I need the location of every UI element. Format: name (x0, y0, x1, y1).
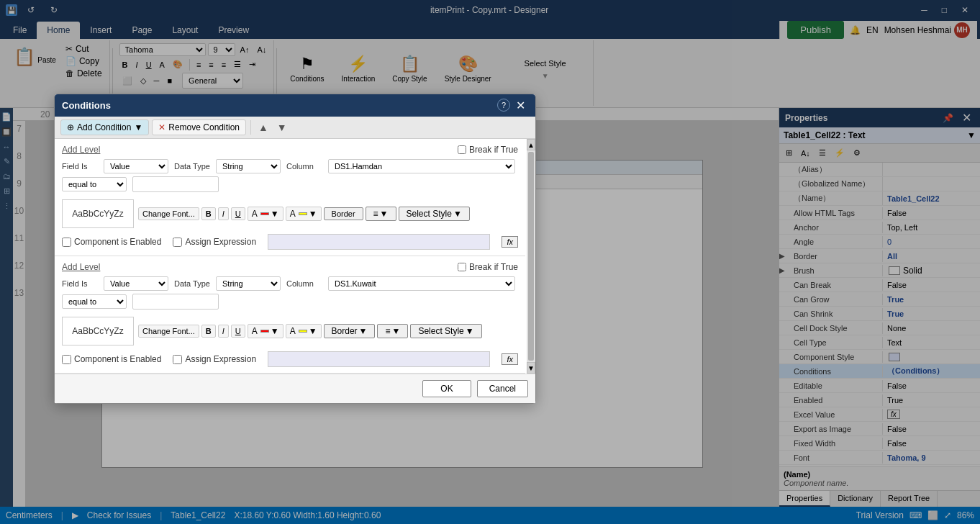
list-icon-1: ≡ (373, 209, 378, 219)
list-btn-1[interactable]: ≡ ▼ (366, 207, 396, 221)
component-enabled-checkbox-1[interactable] (62, 238, 71, 247)
component-enabled-checkbox-2[interactable] (62, 355, 71, 364)
ok-button[interactable]: OK (422, 380, 471, 397)
select-style-btn-2[interactable]: Select Style ▼ (410, 324, 481, 338)
select-style-dropdown-2: ▼ (466, 326, 474, 336)
scroll-up-button[interactable]: ▲ (527, 139, 535, 150)
font-color-icon-2: A (252, 326, 258, 336)
scroll-thumb[interactable] (528, 152, 534, 361)
border-btn-1[interactable]: Border (324, 207, 363, 220)
data-type-select-2[interactable]: String (216, 276, 281, 291)
modal-header-buttons: ? ✕ (497, 99, 528, 112)
fx-button-1[interactable]: fx (502, 236, 518, 248)
component-enabled-text-1: Component is Enabled (74, 237, 161, 247)
add-condition-label: Add Condition (77, 122, 131, 132)
assign-expression-checkbox-1[interactable] (173, 238, 182, 247)
fx-button-2[interactable]: fx (502, 353, 518, 365)
change-font-btn-1[interactable]: Change Font... (138, 207, 199, 220)
modal-toolbar: ⊕ Add Condition ▼ ✕ Remove Condition ▲ ▼ (55, 117, 535, 139)
font-color-btn-1[interactable]: A ▼ (248, 207, 283, 221)
condition-fields-row-1: Field Is Value Data Type String Column D… (62, 159, 518, 173)
add-level-button-2[interactable]: Add Level (62, 262, 100, 272)
list-dropdown-2: ▼ (392, 326, 401, 336)
assign-expression-label-2: Assign Expression (173, 354, 256, 364)
font-color-icon-1: A (252, 209, 258, 219)
style-underline-btn-1[interactable]: U (231, 207, 245, 220)
operator-select-2[interactable]: equal to (62, 294, 127, 309)
condition-value-input-2[interactable] (132, 294, 219, 310)
scroll-down-button[interactable]: ▼ (527, 362, 535, 374)
break-if-true-2: Break if True (458, 262, 518, 272)
modal-toolbar-sep (250, 120, 251, 135)
change-font-btn-2[interactable]: Change Font... (138, 325, 199, 338)
highlight-btn-2[interactable]: A ▼ (286, 324, 322, 338)
font-color-dropdown-2: ▼ (271, 326, 279, 336)
modal-overlay: Conditions ? ✕ ⊕ Add Condition ▼ ✕ Remov… (0, 0, 980, 524)
style-tools-2: Change Font... B I U A ▼ A (138, 324, 518, 338)
add-condition-dropdown-icon: ▼ (134, 122, 142, 132)
style-options-row-2: Component is Enabled Assign Expression f… (62, 351, 518, 367)
remove-condition-icon: ✕ (158, 122, 165, 132)
nav-down-button[interactable]: ▼ (274, 120, 290, 135)
highlight-icon-2: A (290, 326, 296, 336)
modal-help-button[interactable]: ? (497, 99, 510, 112)
column-select-2[interactable]: DS1.Kuwait (328, 276, 515, 291)
column-label-1: Column (286, 162, 322, 171)
style-preview-text-2: AaBbCcYyZz (72, 326, 123, 336)
assign-expression-label-1: Assign Expression (173, 237, 256, 247)
condition-value-input-1[interactable] (132, 176, 219, 192)
highlight-dropdown-2: ▼ (309, 326, 317, 336)
style-tools-1: Change Font... B I U A ▼ A (138, 207, 518, 221)
modal-close-button[interactable]: ✕ (513, 99, 528, 112)
add-condition-button[interactable]: ⊕ Add Condition ▼ (60, 119, 149, 135)
operator-select-1[interactable]: equal to (62, 177, 127, 191)
list-btn-2[interactable]: ≡ ▼ (377, 324, 408, 338)
component-enabled-label-2: Component is Enabled (62, 354, 161, 364)
font-color-dropdown-1: ▼ (271, 209, 279, 219)
break-checkbox-1[interactable] (458, 145, 466, 154)
break-label-2: Break if True (469, 262, 518, 272)
font-color-swatch-2 (260, 330, 269, 333)
remove-condition-button[interactable]: ✕ Remove Condition (152, 119, 246, 135)
modal-title: Conditions (62, 100, 111, 111)
data-type-select-1[interactable]: String (216, 159, 281, 173)
style-underline-btn-2[interactable]: U (231, 325, 245, 338)
highlight-dropdown-1: ▼ (309, 209, 317, 219)
field-is-select-2[interactable]: Value (104, 276, 168, 291)
style-bold-btn-1[interactable]: B (201, 207, 216, 220)
highlight-swatch-2 (299, 330, 307, 333)
font-color-btn-2[interactable]: A ▼ (248, 324, 283, 338)
field-is-select-1[interactable]: Value (104, 159, 168, 173)
border-btn-2[interactable]: Border ▼ (324, 324, 376, 338)
conditions-modal: Conditions ? ✕ ⊕ Add Condition ▼ ✕ Remov… (54, 94, 536, 404)
style-italic-btn-1[interactable]: I (218, 207, 229, 220)
condition-block-2: Add Level Break if True Field Is Value D… (55, 256, 525, 374)
expression-input-2[interactable] (268, 351, 490, 367)
modal-header: Conditions ? ✕ (55, 94, 535, 117)
assign-expression-checkbox-2[interactable] (173, 355, 182, 364)
list-dropdown-1: ▼ (380, 209, 389, 219)
add-level-button-1[interactable]: Add Level (62, 145, 100, 155)
break-checkbox-2[interactable] (458, 263, 466, 271)
operator-row-1: equal to (62, 176, 518, 192)
component-enabled-label-1: Component is Enabled (62, 237, 161, 247)
nav-up-button[interactable]: ▲ (255, 120, 271, 135)
break-label-1: Break if True (469, 145, 518, 155)
condition-fields-row-2: Field Is Value Data Type String Column D… (62, 276, 518, 291)
condition-block-1: Add Level Break if True Field Is Value D… (55, 139, 525, 256)
list-icon-2: ≡ (385, 326, 390, 336)
select-style-btn-1[interactable]: Select Style ▼ (399, 207, 470, 221)
highlight-btn-1[interactable]: A ▼ (286, 207, 322, 221)
column-select-1[interactable]: DS1.Hamdan (328, 159, 515, 173)
cancel-button[interactable]: Cancel (477, 380, 528, 397)
style-italic-btn-2[interactable]: I (218, 325, 229, 338)
field-is-label-1: Field Is (62, 162, 98, 171)
modal-body: Add Level Break if True Field Is Value D… (55, 139, 535, 374)
data-type-label-2: Data Type (174, 279, 210, 288)
style-preview-box-1: AaBbCcYyZz (62, 199, 134, 228)
border-dropdown-2: ▼ (359, 326, 368, 336)
style-bold-btn-2[interactable]: B (201, 325, 216, 338)
style-preview-row-2: AaBbCcYyZz Change Font... B I U A ▼ (62, 314, 518, 348)
expression-input-1[interactable] (268, 234, 490, 250)
data-type-label-1: Data Type (174, 162, 210, 171)
